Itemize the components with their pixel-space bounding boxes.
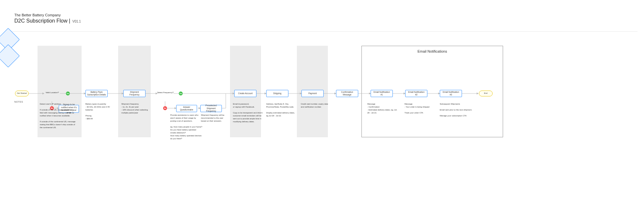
decision-select-frequency [0, 44, 20, 68]
page-root: The Better Battery Company D2C Subscript… [0, 0, 644, 202]
note-questionnaire: Provide assistance to users who aren't a… [170, 114, 202, 140]
process-shipping: Shipping [266, 90, 288, 97]
email-group-title: Email Notifications [362, 49, 503, 53]
header-title: D2C Subscription Flow | V01.1 [14, 18, 81, 24]
note-email3: Subsequent Shipments Email sent prior to… [440, 103, 472, 117]
note-shipping: Address, Apt/Suite #, City, Province/Sta… [266, 103, 296, 117]
note-account: Email & password, or signup with Faceboo… [233, 103, 264, 123]
header-block: The Better Battery Company D2C Subscript… [14, 13, 81, 24]
process-email-2: Email Notification #2 [405, 90, 427, 97]
note-shipfreq: Shipment frequency - 1x, 2x, 3x per year… [121, 103, 154, 114]
badge-no-frequency: No [163, 106, 167, 110]
process-answer-questionnaire: Answer Questionnaire [176, 105, 197, 112]
badge-yes-location: Yes [66, 92, 70, 95]
note-battery: Battery types & quantity - 32 AAs, 22 AA… [85, 103, 115, 120]
notes-heading: NOTES [14, 101, 23, 103]
process-shipment-frequency: Shipment Frequency [123, 90, 146, 97]
note-email1: Message - Confirmation - Estimated deliv… [367, 103, 399, 114]
badge-yes-frequency: Yes [179, 92, 183, 95]
header-title-sep: | [69, 18, 72, 24]
note-location: Detect user's IP address. If outside of … [40, 103, 76, 129]
process-preselected-frequency: Preselected Shipment Frequency [200, 105, 222, 112]
header-version: V01.1 [72, 20, 81, 23]
flow-canvas: Email Notifications NOTES [0, 31, 644, 202]
header-title-text: D2C Subscription Flow [14, 18, 68, 24]
note-preselected: Shipment frequency will be recommended t… [201, 114, 229, 123]
process-email-3: Email Notification #3 [440, 90, 462, 97]
header-company: The Better Battery Company [14, 13, 81, 17]
process-create-account: Create Account [234, 90, 256, 97]
decision-select-frequency-label: Select Frequency? [156, 92, 175, 94]
terminator-end: End [479, 91, 493, 96]
note-payment: Credit card number, expiry date and veri… [301, 103, 331, 109]
process-email-1: Email Notification #1 [371, 90, 393, 97]
process-confirmation: Confirmation Message [336, 90, 358, 97]
process-battery-pack: Battery Pack Subscription Details [85, 90, 108, 97]
terminator-start: Get Started [15, 91, 29, 96]
process-payment: Payment [301, 90, 324, 97]
note-email2: Message - Your order is being shipped Tr… [405, 103, 436, 114]
